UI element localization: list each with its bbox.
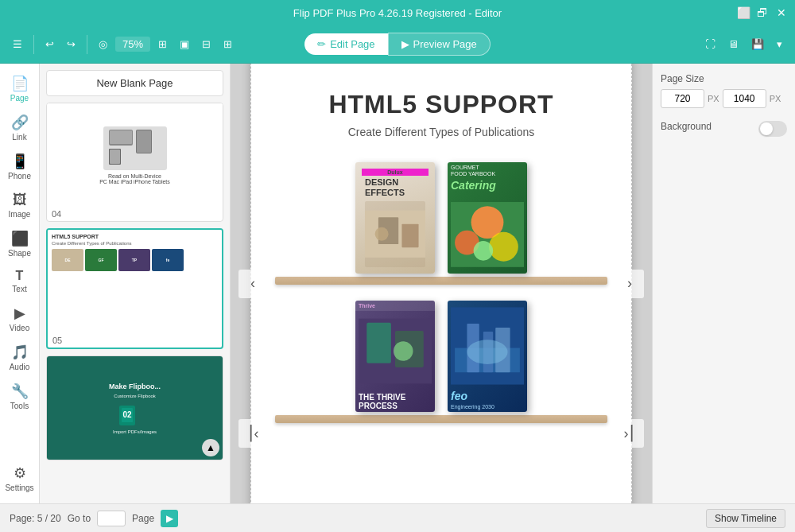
sidebar-item-page[interactable]: 📄 Page (2, 70, 38, 107)
book-thrive-cover-img (359, 313, 432, 390)
page-go-btn[interactable]: ▶ (161, 510, 178, 527)
background-row: Background (661, 121, 787, 137)
layout-btn[interactable]: ⊟ (197, 35, 215, 53)
page-04-preview: Read on Multi-DevicePC Mac iPad iPhone T… (47, 103, 223, 207)
canvas-area: ‹ › ⎮‹ ›⎮ HTML5 SUPPORT Create Different… (231, 64, 652, 503)
undo-btn[interactable]: ↩ (41, 35, 59, 53)
show-timeline-area: Show Timeline (706, 509, 785, 528)
edit-page-btn[interactable]: ✏ Edit Page (304, 33, 387, 55)
target-btn[interactable]: ◎ (94, 35, 112, 53)
book-design-effects-title: DESIGNEFFECTS (362, 177, 429, 198)
sidebar-item-tools[interactable]: 🔧 Tools (2, 378, 38, 415)
thumb-06-sub: Customize Flipbook (114, 394, 156, 398)
sidebar-item-phone[interactable]: 📱 Phone (2, 148, 38, 185)
toggle-knob (760, 122, 773, 135)
preview-page-label: Preview Page (413, 38, 477, 50)
book-engineering-subtitle: Engineering 2030 (448, 404, 527, 412)
page-icon: 📄 (11, 75, 29, 92)
page-label: Page (132, 513, 154, 524)
edit-page-label: Edit Page (330, 38, 374, 50)
sidebar-item-image[interactable]: 🖼 Image (2, 187, 38, 223)
close-btn[interactable]: ✕ (774, 6, 789, 20)
first-page-btn[interactable]: ⎮‹ (238, 419, 267, 448)
thumb-06-title: Make Flipboo... (109, 382, 161, 390)
sidebar-item-audio[interactable]: 🎵 Audio (2, 339, 38, 376)
background-toggle[interactable] (758, 121, 787, 137)
page-number-input[interactable] (97, 511, 126, 526)
more-btn[interactable]: ▾ (772, 35, 787, 53)
save-btn[interactable]: 💾 (747, 35, 769, 53)
shelf-1-plank (275, 277, 607, 285)
sidebar-item-settings[interactable]: ⚙ Settings (2, 460, 38, 497)
thumb-book-3: TP (118, 249, 150, 271)
book-gourmet[interactable]: GOURMETFOOD YARBOOK Catering (448, 162, 527, 274)
sidebar-item-shape[interactable]: ⬛ Shape (2, 225, 38, 262)
book-thrive[interactable]: Thrive THE THRIVEPROCESS (355, 301, 435, 412)
thumb-06-import: Import PDFs/Images (113, 429, 157, 434)
next-page-btn[interactable]: › (615, 270, 644, 298)
desktop-btn[interactable]: 🖥 (723, 35, 743, 53)
page-size-section: Page Size PX PX (661, 73, 787, 108)
grid-btn[interactable]: ⊞ (219, 35, 237, 53)
thumb-06-content: Make Flipboo... Customize Flipbook 02 Im… (47, 356, 223, 460)
fit-page-btn[interactable]: ⊞ (153, 35, 172, 53)
page-thumb-05[interactable]: HTML5 SUPPORT Create Different Types of … (46, 228, 223, 349)
page-height-input[interactable] (723, 89, 766, 108)
svg-rect-3 (137, 130, 151, 153)
sidebar-item-text[interactable]: T Text (2, 264, 38, 298)
thumb-book-2: GF (85, 249, 117, 271)
book-gourmet-cover-img (451, 196, 524, 274)
preview-icon: ▶ (401, 38, 409, 50)
page-06-preview: Make Flipboo... Customize Flipbook 02 Im… (47, 356, 223, 460)
svg-text:02: 02 (122, 410, 132, 419)
minimize-btn[interactable]: ⬜ (736, 6, 750, 20)
toolbar-center: ✏ Edit Page ▶ Preview Page (304, 33, 491, 56)
last-page-btn[interactable]: ›⎮ (615, 419, 644, 448)
page-width-input[interactable] (661, 89, 704, 108)
redo-btn[interactable]: ↪ (62, 35, 80, 53)
thumb-05-sub: Create Different Types of Publications (52, 241, 218, 246)
book-dulux-brand: Dulux (362, 169, 429, 176)
image-icon: 🖼 (13, 192, 27, 208)
page-info: Page: 5 / 20 (10, 513, 61, 524)
new-blank-page-btn[interactable]: New Blank Page (46, 70, 223, 96)
settings-icon: ⚙ (14, 464, 26, 482)
page-05-preview: HTML5 SUPPORT Create Different Types of … (48, 230, 222, 333)
toolbar-separator (33, 35, 34, 54)
toolbar-left: ☰ ↩ ↪ ◎ 75% ⊞ ▣ ⊟ ⊞ (8, 35, 301, 54)
svg-point-27 (467, 340, 507, 364)
shape-icon: ⬛ (11, 230, 29, 247)
book-thrive-title: THE THRIVEPROCESS (355, 391, 435, 412)
book-thrive-brand: Thrive (355, 301, 435, 311)
video-icon: ▶ (14, 305, 25, 322)
svg-point-21 (394, 341, 413, 361)
page-canvas: HTML5 SUPPORT Create Different Types of … (250, 64, 632, 503)
size-inputs: PX PX (661, 89, 787, 108)
scroll-up-btn[interactable]: ▲ (202, 439, 219, 456)
icon-sidebar: 📄 Page 🔗 Link 📱 Phone 🖼 Image ⬛ Shape T … (0, 64, 40, 503)
prev-page-btn[interactable]: ‹ (238, 270, 267, 298)
sidebar-item-video[interactable]: ▶ Video (2, 300, 38, 337)
page-thumb-06[interactable]: Make Flipboo... Customize Flipbook 02 Im… (46, 355, 223, 460)
svg-rect-19 (366, 322, 391, 363)
page-thumb-04[interactable]: Read on Multi-DevicePC Mac iPad iPhone T… (46, 103, 223, 222)
thumb-05-title: HTML5 SUPPORT (52, 234, 218, 239)
text-icon: T (16, 269, 24, 283)
preview-page-btn[interactable]: ▶ Preview Page (388, 33, 491, 56)
fullscreen-btn[interactable]: ⛶ (700, 35, 720, 53)
book-design-effects[interactable]: Dulux DESIGNEFFECTS (355, 162, 435, 274)
thumb-04-device (103, 126, 167, 170)
px-label-2: PX (770, 94, 781, 103)
book-engineering[interactable]: feo Engineering 2030 (448, 301, 527, 412)
show-timeline-btn[interactable]: Show Timeline (706, 509, 785, 528)
thumb-book-1: DE (52, 249, 83, 271)
hamburger-menu-btn[interactable]: ☰ (8, 35, 27, 53)
audio-icon: 🎵 (11, 344, 29, 361)
canvas-main-subtitle: Create Different Types of Publications (348, 126, 535, 138)
responsive-btn[interactable]: ▣ (175, 35, 194, 53)
window-controls: ⬜ 🗗 ✕ (736, 6, 789, 20)
toolbar-separator-2 (87, 35, 87, 54)
maximize-btn[interactable]: 🗗 (755, 6, 770, 20)
zoom-display: 75% (115, 37, 150, 52)
sidebar-item-link[interactable]: 🔗 Link (2, 109, 38, 146)
